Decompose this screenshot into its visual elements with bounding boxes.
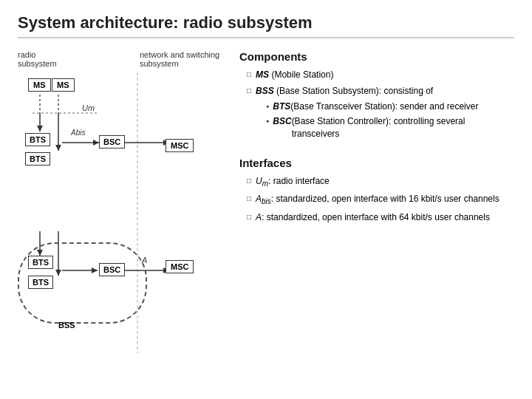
interfaces-title: Interfaces xyxy=(239,157,514,169)
bss-desc: (Base Station Subsystem): consisting of xyxy=(276,86,433,96)
left-panel: radiosubsystem network and switchingsubs… xyxy=(18,50,225,378)
um-term: Um xyxy=(256,175,268,189)
msc-box-1: MSC xyxy=(166,139,194,152)
svg-text:Abis: Abis xyxy=(70,129,85,137)
a-desc: : standardized, open interface with 64 k… xyxy=(262,211,490,224)
diagram-svg: A Um Abis xyxy=(18,72,225,383)
svg-text:Um: Um xyxy=(82,103,95,112)
svg-marker-9 xyxy=(93,140,99,146)
bsc-term: BSC xyxy=(273,115,291,128)
components-title: Components xyxy=(239,50,514,63)
msc-box-2: MSC xyxy=(166,260,194,273)
ms-desc: (Mobile Station) xyxy=(271,69,333,80)
bts-desc: (Base Transceiver Station): sender and r… xyxy=(290,100,478,113)
top-labels: radiosubsystem network and switchingsubs… xyxy=(18,50,225,68)
iface-abs: Abis : standardized, open interface with… xyxy=(247,193,514,207)
main-layout: radiosubsystem network and switchingsubs… xyxy=(18,50,514,378)
bss-term: BSS xyxy=(256,86,274,96)
ms-box-1: MS xyxy=(28,78,51,92)
diagram-area: A Um Abis MS MS BTS BTS BSC xyxy=(18,72,225,383)
bts-box-1: BTS xyxy=(25,133,50,146)
bts-box-3: BTS xyxy=(28,256,53,269)
page-title: System architecture: radio subsystem xyxy=(18,13,514,38)
component-bss: BSS (Base Station Subsystem): consisting… xyxy=(247,85,514,143)
bts-box-4: BTS xyxy=(28,276,53,289)
bsc-desc: (Base Station Controller): controlling s… xyxy=(292,115,514,140)
radio-subsystem-label: radiosubsystem xyxy=(18,50,140,68)
bsc-box-2: BSC xyxy=(99,263,125,276)
iface-a: A : standardized, open interface with 64… xyxy=(247,211,514,224)
bts-box-2: BTS xyxy=(25,152,50,166)
right-panel: Components MS (Mobile Station) BSS (Base… xyxy=(225,50,514,378)
um-desc: : radio interface xyxy=(268,175,330,188)
a-term: A xyxy=(256,211,262,224)
network-subsystem-label: network and switchingsubsystem xyxy=(140,50,219,68)
ms-label-1: MS xyxy=(28,78,51,92)
components-list: MS (Mobile Station) BSS (Base Station Su… xyxy=(239,69,514,143)
bss-sub-list: BTS (Base Transceiver Station): sender a… xyxy=(256,100,514,140)
interfaces-list: Um : radio interface Abis : standardized… xyxy=(239,175,514,224)
components-section: Components MS (Mobile Station) BSS (Base… xyxy=(239,50,514,143)
bsc-box-1: BSC xyxy=(99,135,125,149)
abs-desc: : standardized, open interface with 16 k… xyxy=(271,193,499,205)
interfaces-section: Interfaces Um : radio interface Abis : s… xyxy=(239,157,514,224)
svg-marker-7 xyxy=(55,145,61,151)
bts-term: BTS xyxy=(273,100,290,113)
bsc-item: BSC (Base Station Controller): controlli… xyxy=(266,115,514,140)
abs-term: Abis xyxy=(256,193,271,207)
svg-marker-5 xyxy=(37,126,43,132)
slide: System architecture: radio subsystem rad… xyxy=(0,0,532,399)
iface-um: Um : radio interface xyxy=(247,175,514,189)
ms-term: MS xyxy=(256,69,269,80)
component-ms: MS (Mobile Station) xyxy=(247,69,514,81)
ms-box-2: MS xyxy=(52,78,75,92)
bts-item: BTS (Base Transceiver Station): sender a… xyxy=(266,100,514,113)
ms-label-2: MS xyxy=(52,78,75,92)
bss-label: BSS xyxy=(58,321,75,330)
